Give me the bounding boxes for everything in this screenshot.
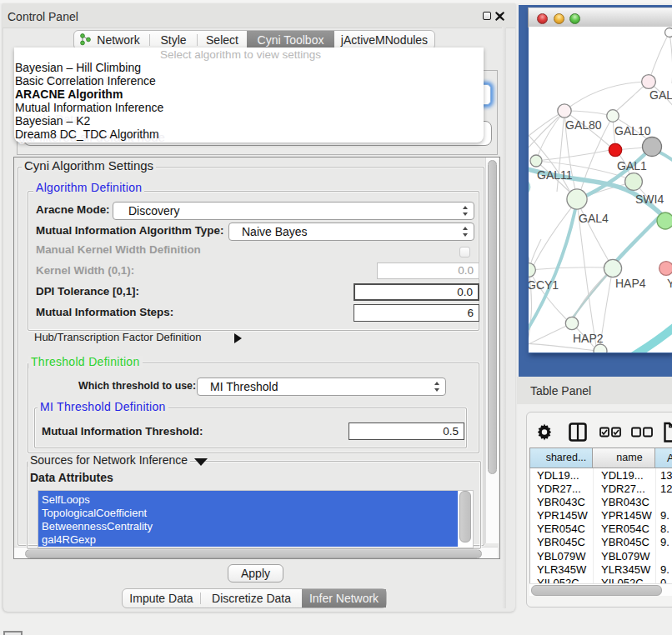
- svg-text:SWI4: SWI4: [635, 192, 664, 206]
- svg-text:GAL11: GAL11: [537, 168, 573, 182]
- svg-text:Y: Y: [667, 277, 672, 290]
- svg-text:GAL: GAL: [649, 88, 672, 102]
- svg-text:HAP2: HAP2: [573, 332, 604, 345]
- svg-text:GCY1: GCY1: [529, 278, 559, 292]
- svg-text:GAL4: GAL4: [579, 212, 609, 225]
- svg-text:GAL1: GAL1: [617, 159, 647, 172]
- svg-text:GAL80: GAL80: [565, 118, 602, 132]
- svg-text:HAP4: HAP4: [615, 277, 646, 290]
- svg-text:GAL10: GAL10: [614, 124, 651, 138]
